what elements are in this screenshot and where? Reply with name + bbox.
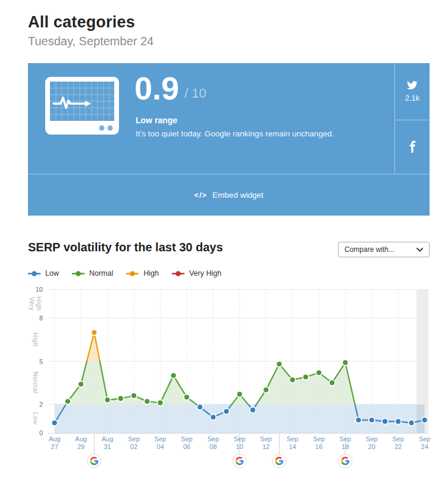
data-point[interactable] <box>157 400 163 406</box>
x-tick-day: 16 <box>315 443 322 450</box>
volatility-score-banner: 0.9 / 10 Low range It’s too quiet today.… <box>28 63 430 216</box>
x-tick-day: 08 <box>209 443 217 450</box>
x-tick-day: 20 <box>368 443 375 450</box>
legend-item-normal[interactable]: Normal <box>72 269 113 278</box>
twitter-share-button[interactable]: 2.1k <box>395 63 430 120</box>
serp-volatility-chart[interactable]: 025810LowNormalHighVeryHighAug27Aug29Aug… <box>0 285 448 480</box>
x-tick-month: Aug <box>102 435 114 442</box>
x-tick-month: Sep <box>419 435 431 442</box>
data-point[interactable] <box>105 397 111 403</box>
embed-widget-button[interactable]: </> Embed widget <box>28 174 430 216</box>
x-tick-day: 18 <box>342 443 349 450</box>
compare-with-dropdown[interactable]: Compare with... <box>338 242 430 257</box>
x-tick-month: Sep <box>392 435 404 442</box>
data-point[interactable] <box>171 373 177 379</box>
x-tick-day: 02 <box>130 443 137 450</box>
x-tick-month: Sep <box>287 435 299 442</box>
google-update-icon[interactable] <box>87 454 101 468</box>
y-tick-label: 5 <box>39 358 43 365</box>
data-point[interactable] <box>409 420 415 426</box>
data-point[interactable] <box>91 329 97 335</box>
legend-marker-high-icon <box>126 270 139 277</box>
social-share-column: 2.1k <box>394 63 430 174</box>
data-point[interactable] <box>237 391 243 397</box>
data-point[interactable] <box>422 417 428 423</box>
data-point[interactable] <box>52 420 58 426</box>
x-tick-day: 04 <box>156 443 164 450</box>
page-subtitle: Tuesday, September 24 <box>28 35 153 48</box>
twitter-share-count: 2.1k <box>405 93 420 102</box>
x-tick-day: 10 <box>236 443 243 450</box>
x-tick-day: 14 <box>289 443 296 450</box>
x-tick-month: Sep <box>234 435 246 442</box>
data-point[interactable] <box>342 360 348 366</box>
data-point[interactable] <box>290 377 296 383</box>
x-tick-month: Sep <box>181 435 193 442</box>
legend-item-very-high[interactable]: Very High <box>172 269 221 278</box>
data-point[interactable] <box>144 398 150 404</box>
y-tick-label: 0 <box>39 429 43 437</box>
google-update-icon[interactable] <box>339 454 352 468</box>
data-point[interactable] <box>382 419 388 425</box>
x-tick-month: Aug <box>49 435 61 442</box>
x-tick-month: Sep <box>207 435 219 442</box>
facebook-icon <box>409 141 416 153</box>
legend-item-low[interactable]: Low <box>28 269 59 278</box>
data-point[interactable] <box>131 392 137 398</box>
data-point[interactable] <box>329 380 335 386</box>
y-tick-label: 8 <box>39 314 43 322</box>
data-point[interactable] <box>395 419 401 425</box>
page-title: All categories <box>28 13 135 32</box>
data-point[interactable] <box>78 381 84 387</box>
legend-label: High <box>143 269 159 278</box>
x-tick-month: Aug <box>75 435 87 442</box>
legend-label: Low <box>45 269 59 278</box>
google-update-icon[interactable] <box>233 454 246 468</box>
monitor-icon <box>44 76 120 136</box>
zone-label: High <box>32 332 39 347</box>
x-tick-day: 27 <box>51 443 58 450</box>
data-point[interactable] <box>184 394 190 400</box>
data-point[interactable] <box>118 395 124 401</box>
data-point[interactable] <box>316 370 322 376</box>
x-tick-day: 22 <box>394 443 402 450</box>
data-point[interactable] <box>65 398 71 404</box>
code-icon: </> <box>194 191 207 200</box>
x-tick-month: Sep <box>260 435 272 442</box>
x-tick-day: 12 <box>262 443 270 450</box>
volatility-score: 0.9 / 10 <box>134 72 206 104</box>
legend-item-high[interactable]: High <box>126 269 159 278</box>
range-description: It’s too quiet today. Google rankings re… <box>136 129 334 138</box>
data-point[interactable] <box>303 374 309 380</box>
data-point[interactable] <box>263 387 269 393</box>
x-tick-day: 24 <box>421 443 428 450</box>
data-point[interactable] <box>250 407 256 413</box>
data-point[interactable] <box>276 361 282 367</box>
chart-legend: Low Normal High Very High <box>28 269 221 278</box>
data-point[interactable] <box>210 414 216 420</box>
x-tick-month: Sep <box>155 435 167 442</box>
y-tick-label: 10 <box>36 286 43 293</box>
data-point[interactable] <box>197 404 203 410</box>
zone-label: Normal <box>32 372 39 394</box>
volatility-area-chart[interactable]: 025810LowNormalHighVeryHighAug27Aug29Aug… <box>0 285 448 480</box>
embed-widget-label: Embed widget <box>212 191 264 200</box>
legend-marker-low-icon <box>28 270 40 277</box>
x-tick-day: 06 <box>183 443 190 450</box>
x-tick-month: Sep <box>128 435 140 442</box>
x-tick-day: 31 <box>104 443 111 450</box>
legend-marker-very-high-icon <box>172 270 184 277</box>
y-tick-label: 2 <box>39 401 43 408</box>
data-point[interactable] <box>356 417 362 423</box>
x-tick-month: Sep <box>313 435 325 442</box>
data-point[interactable] <box>224 409 230 414</box>
score-value: 0.9 <box>134 72 179 104</box>
facebook-share-button[interactable] <box>395 120 430 173</box>
twitter-icon <box>407 80 418 89</box>
google-update-icon[interactable] <box>272 454 286 468</box>
range-label: Low range <box>136 116 177 125</box>
data-point[interactable] <box>369 417 375 423</box>
legend-label: Very High <box>189 269 221 278</box>
score-max: / 10 <box>184 86 206 101</box>
zone-label: Low <box>32 412 39 425</box>
